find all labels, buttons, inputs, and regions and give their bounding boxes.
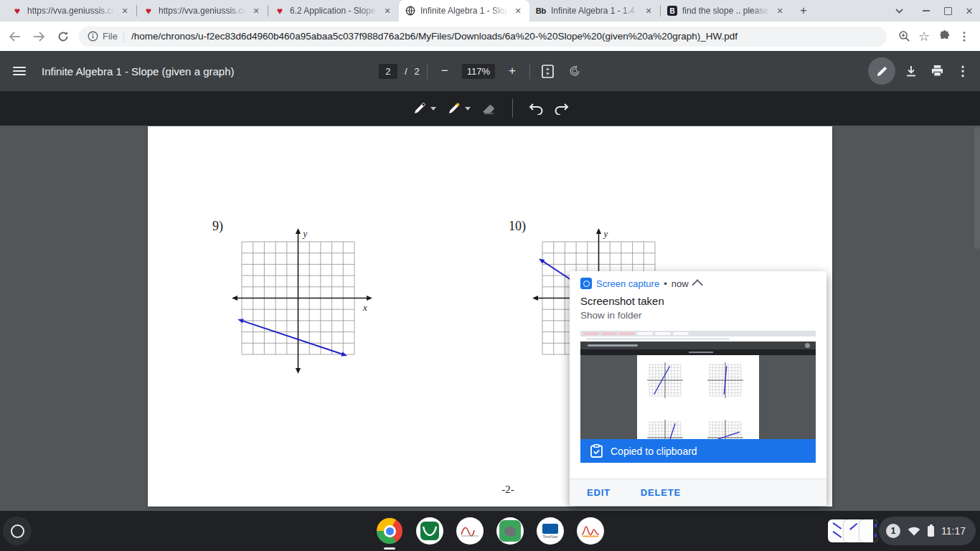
tab-title: 6.2 Application - Slope, bbox=[290, 6, 377, 16]
url-scheme-label: File bbox=[103, 31, 118, 42]
tab-close-icon[interactable]: ✕ bbox=[643, 5, 654, 17]
browser-menu-icon[interactable]: ⋮ bbox=[954, 27, 974, 47]
pdf-content-area[interactable]: 9) yx 10) yx -2- Screen capture • now Sc… bbox=[0, 126, 980, 511]
shelf-app-testnav[interactable]: TestNav bbox=[536, 517, 565, 545]
screen-capture-notification[interactable]: Screen capture • now Screenshot taken Sh… bbox=[570, 271, 826, 506]
forward-icon[interactable] bbox=[29, 27, 49, 47]
tab-62-application[interactable]: ♥ 6.2 Application - Slope, ✕ bbox=[268, 0, 399, 22]
svg-text:y: y bbox=[603, 228, 608, 239]
battery-icon bbox=[928, 526, 934, 537]
testnav-icon: TestNav bbox=[537, 517, 564, 545]
toolbar-divider bbox=[529, 63, 530, 79]
undo-button[interactable] bbox=[529, 103, 544, 115]
print-icon[interactable] bbox=[927, 61, 947, 81]
chromeos-screen: ♥ https://vva.geniussis.co ✕ ♥ https://v… bbox=[0, 0, 980, 551]
zoom-in-button[interactable]: + bbox=[502, 61, 522, 81]
fit-to-page-icon[interactable] bbox=[537, 61, 557, 81]
blackboard-favicon: Bb bbox=[535, 5, 547, 17]
extensions-puzzle-icon[interactable] bbox=[934, 27, 954, 47]
chrome-icon bbox=[377, 518, 402, 544]
desmos-icon bbox=[416, 517, 443, 545]
thumbnail-addressbar bbox=[580, 336, 816, 342]
url-text[interactable]: /home/chronos/u-f2ec83d6d4960b460a95abaa… bbox=[131, 31, 878, 42]
brainly-favicon: B bbox=[667, 6, 677, 16]
highlighter-options-caret-icon[interactable] bbox=[465, 107, 471, 110]
window-minimize-button[interactable] bbox=[915, 0, 937, 22]
screenshot-thumbnail[interactable]: Copied to clipboard bbox=[580, 331, 816, 463]
tab-title: Infinite Algebra 1 - Slop bbox=[420, 6, 508, 16]
rotate-icon[interactable] bbox=[565, 61, 585, 81]
shelf-app-desmos[interactable] bbox=[415, 517, 444, 545]
graph-9: yx bbox=[231, 227, 374, 375]
shelf-app-grapher[interactable] bbox=[456, 517, 484, 545]
tab-close-icon[interactable]: ✕ bbox=[774, 5, 786, 17]
tab-close-icon[interactable]: ✕ bbox=[119, 5, 131, 17]
tab-close-icon[interactable]: ✕ bbox=[250, 5, 262, 17]
page-number-input[interactable]: 2 bbox=[379, 64, 397, 79]
tab-close-icon[interactable]: ✕ bbox=[512, 5, 524, 17]
tab-blackboard[interactable]: Bb Infinite Algebra 1 - 1.4 F ✕ bbox=[529, 0, 660, 22]
notification-dot: • bbox=[664, 278, 667, 289]
toolbar-divider bbox=[427, 63, 428, 79]
edit-button[interactable]: EDIT bbox=[587, 487, 611, 498]
annotate-mode-button[interactable] bbox=[868, 57, 895, 85]
tab-close-icon[interactable]: ✕ bbox=[382, 5, 393, 17]
download-icon[interactable] bbox=[901, 61, 921, 81]
pdf-toolbar: Infinite Algebra 1 - Slope (given a grap… bbox=[0, 51, 980, 91]
eraser-tool-button[interactable] bbox=[481, 101, 496, 116]
shelf-app-evernote[interactable] bbox=[496, 517, 524, 545]
info-icon[interactable] bbox=[88, 31, 98, 42]
clipboard-status-text: Copied to clipboard bbox=[611, 446, 697, 457]
pdf-scrollbar[interactable] bbox=[974, 127, 980, 249]
tab-strip: ♥ https://vva.geniussis.co ✕ ♥ https://v… bbox=[0, 0, 980, 22]
notification-time: now bbox=[672, 278, 689, 289]
delete-button[interactable]: DELETE bbox=[641, 487, 681, 498]
browser-toolbar: File /home/chronos/u-f2ec83d6d4960b460a9… bbox=[0, 22, 980, 51]
clipboard-check-icon bbox=[590, 444, 603, 458]
zoom-out-button[interactable]: − bbox=[435, 61, 455, 81]
tab-pdf-active[interactable]: Infinite Algebra 1 - Slop ✕ bbox=[399, 0, 529, 22]
tab-title: find the slope .. please bbox=[682, 6, 770, 16]
holding-space-tote[interactable] bbox=[828, 518, 884, 544]
heart-favicon: ♥ bbox=[11, 5, 23, 17]
highlighter-tool-button[interactable] bbox=[446, 100, 471, 116]
evernote-icon bbox=[496, 517, 524, 545]
clock: 11:17 bbox=[941, 525, 966, 537]
new-tab-button[interactable]: + bbox=[794, 1, 813, 20]
notification-count-badge: 1 bbox=[886, 524, 900, 538]
launcher-button[interactable] bbox=[3, 517, 32, 545]
tab-search-chevron-icon[interactable] bbox=[888, 0, 910, 22]
notification-source: Screen capture bbox=[596, 278, 659, 289]
back-icon[interactable] bbox=[4, 27, 24, 47]
pen-tool-button[interactable] bbox=[412, 100, 436, 116]
redo-button[interactable] bbox=[554, 103, 569, 115]
pdf-more-menu-icon[interactable]: ⋮ bbox=[953, 61, 973, 81]
zoom-page-icon[interactable] bbox=[894, 27, 914, 47]
window-close-button[interactable]: ✕ bbox=[958, 0, 980, 22]
tab-title: https://vva.geniussis.co bbox=[27, 6, 115, 16]
window-restore-button[interactable] bbox=[937, 0, 958, 22]
shelf-app-chrome[interactable] bbox=[375, 517, 404, 545]
pdf-document-title: Infinite Algebra 1 - Slope (given a grap… bbox=[42, 65, 235, 77]
spectrum-icon bbox=[577, 517, 604, 545]
address-bar[interactable]: File /home/chronos/u-f2ec83d6d4960b460a9… bbox=[79, 27, 887, 47]
copied-to-clipboard-banner: Copied to clipboard bbox=[580, 439, 816, 463]
tab-geniussis-2[interactable]: ♥ https://vva.geniussis.co ✕ bbox=[137, 0, 268, 22]
shelf: TestNav 1 bbox=[0, 511, 980, 551]
bookmark-star-icon[interactable]: ☆ bbox=[914, 27, 934, 47]
tab-brainly[interactable]: B find the slope .. please ✕ bbox=[661, 0, 791, 22]
problem-10-label: 10) bbox=[509, 219, 526, 234]
tab-geniussis-1[interactable]: ♥ https://vva.geniussis.co ✕ bbox=[6, 0, 136, 22]
screen-capture-icon bbox=[580, 278, 592, 289]
pen-options-caret-icon[interactable] bbox=[430, 107, 436, 110]
shelf-app-spectrum[interactable] bbox=[576, 517, 605, 545]
tote-screenshot-thumb[interactable] bbox=[859, 519, 878, 542]
notification-title: Screenshot taken bbox=[570, 289, 826, 307]
system-tray[interactable]: 1 11:17 bbox=[879, 517, 976, 545]
pdf-menu-icon[interactable] bbox=[13, 67, 26, 75]
tab-title: https://vva.geniussis.co bbox=[159, 6, 246, 16]
collapse-chevron-icon[interactable] bbox=[692, 279, 703, 291]
show-in-folder-link[interactable]: Show in folder bbox=[570, 307, 826, 321]
reload-icon[interactable] bbox=[53, 27, 73, 47]
zoom-level-input[interactable]: 117% bbox=[462, 64, 495, 79]
